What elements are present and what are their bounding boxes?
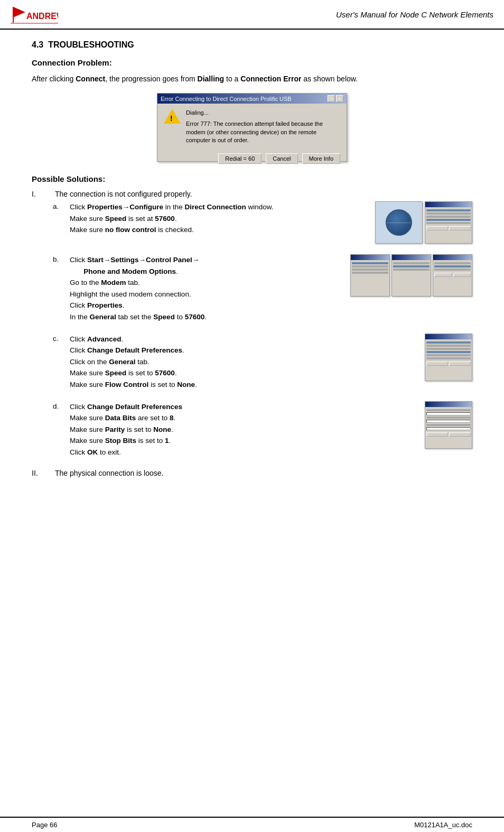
flow-control-bold: Flow Control <box>105 381 148 389</box>
page-header: ANDREW User's Manual for Node C Network … <box>0 0 504 30</box>
ms-line-c1-4 <box>426 351 471 353</box>
screenshot-b1 <box>350 254 390 297</box>
possible-solutions-title: Possible Solutions: <box>32 174 472 183</box>
error-message: Error 777: The connection attempt failed… <box>186 120 340 144</box>
ms-content-b3 <box>433 260 472 278</box>
alpha-item-d: d. Click Change Default Preferences Make… <box>53 401 472 458</box>
roman-item-1: I. The connection is not configured prop… <box>32 190 472 198</box>
screenshot-globe-a <box>375 201 423 244</box>
properties-bold-b: Properties <box>87 301 123 309</box>
warning-icon <box>164 109 181 126</box>
ms-line-b1-2 <box>352 265 388 267</box>
dialog-buttons: Redial = 60 Cancel More Info <box>157 150 347 167</box>
1-bold: 1 <box>165 437 169 445</box>
ms-btn-b3-2 <box>453 273 471 277</box>
redial-button[interactable]: Redial = 60 <box>218 153 262 164</box>
ms-btn-row-c1 <box>426 362 471 366</box>
ms-titlebar-d1 <box>425 402 472 407</box>
modem-tab-bold: Modem <box>101 279 126 286</box>
alpha-list: a. Click Properties→Configure in the Dir… <box>53 201 472 458</box>
dialog-titlebar-buttons: ? × <box>328 95 343 102</box>
none-bold-d: None <box>153 426 171 433</box>
dialog-help-btn[interactable]: ? <box>328 95 335 102</box>
change-default-prefs-bold-d: Change Default Preferences <box>87 403 182 411</box>
ms-input-3 <box>426 427 471 430</box>
ms-line-c1-5 <box>426 354 471 356</box>
alpha-item-b: b. Click Start→Settings→Control Panel→ P… <box>53 254 472 323</box>
ms-titlebar-b2 <box>392 255 431 260</box>
more-info-button[interactable]: More Info <box>302 153 340 164</box>
ms-btn-row-d1 <box>426 432 471 437</box>
ms-line-3 <box>426 216 471 218</box>
dialog-text: Dialing... Error 777: The connection att… <box>186 109 340 145</box>
section-heading: 4.3 TROUBLESHOOTING <box>32 40 472 50</box>
speed-bold-b: Speed <box>153 313 175 321</box>
company-logo: ANDREW <box>11 4 58 24</box>
connection-problem-title: Connection Problem: <box>32 58 472 67</box>
ms-content-b2 <box>392 260 431 273</box>
cancel-button[interactable]: Cancel <box>266 153 297 164</box>
alpha-letter-d: d. <box>53 401 63 410</box>
screenshot-a2 <box>425 201 472 244</box>
speed-bold-c: Speed <box>105 369 127 377</box>
ms-btn-d1-2 <box>449 432 471 437</box>
57600-bold-a: 57600 <box>155 215 175 223</box>
ms-btn-b3-1 <box>434 273 452 277</box>
dialog-title: Error Connecting to Direct Connection Pr… <box>161 96 292 102</box>
roman-text-2: The physical connection is loose. <box>55 469 163 477</box>
ms-line-c1-6 <box>426 357 471 359</box>
ms-line-c1-2 <box>426 345 471 347</box>
alpha-images-c <box>425 334 472 381</box>
ms-btn-row-b3 <box>434 273 471 277</box>
alpha-text-b: Click Start→Settings→Control Panel→ Phon… <box>70 254 344 323</box>
alpha-text-a: Click Properties→Configure in the Direct… <box>70 201 369 236</box>
ms-line-d1-2 <box>426 417 471 419</box>
main-content: 4.3 TROUBLESHOOTING Connection Problem: … <box>0 30 504 535</box>
ms-btn-c1-1 <box>426 362 448 366</box>
phone-modem-bold: Phone and Modem Options <box>83 267 176 275</box>
ms-btn-2 <box>449 226 471 230</box>
alpha-letter-a: a. <box>53 201 63 210</box>
ms-titlebar-b1 <box>351 255 389 260</box>
none-bold-c: None <box>177 381 195 389</box>
ms-line-b2-3 <box>393 269 430 271</box>
document-name: M0121A1A_uc.doc <box>414 821 472 829</box>
dialog-titlebar: Error Connecting to Direct Connection Pr… <box>157 94 347 104</box>
alpha-images-b <box>350 254 472 297</box>
ms-content-c1 <box>425 339 472 367</box>
svg-text:ANDREW: ANDREW <box>26 12 58 21</box>
no-flow-control-bold: no flow control <box>105 226 156 234</box>
page-number: Page 66 <box>32 821 57 829</box>
header-title: User's Manual for Node C Network Element… <box>58 10 493 19</box>
ms-line-b2-1 <box>393 262 430 264</box>
globe-shape <box>386 209 412 236</box>
advanced-bold: Advanced <box>87 335 122 343</box>
ms-content-b1 <box>351 260 389 276</box>
57600-bold-c: 57600 <box>155 369 175 377</box>
ms-line-b1-4 <box>352 272 388 274</box>
data-bits-bold: Data Bits <box>105 414 136 422</box>
dialing-text: Dialing... <box>186 109 340 117</box>
ms-btn-row <box>426 226 471 230</box>
screenshot-b2 <box>391 254 431 297</box>
general-tab-bold-b: General <box>90 313 116 321</box>
ms-content-d1 <box>425 407 472 438</box>
dialog-close-btn[interactable]: × <box>336 95 343 102</box>
start-settings-bold: Start→Settings→Control Panel→ <box>87 256 199 264</box>
ms-btn-c1-2 <box>449 362 471 366</box>
ms-btn-1 <box>426 226 448 230</box>
ms-line-b2-2 <box>393 265 430 267</box>
ms-line-b3-2 <box>434 265 471 267</box>
roman-number-2: II. <box>32 469 46 477</box>
connection-error-bold: Connection Error <box>240 75 301 83</box>
8-bold: 8 <box>170 414 174 422</box>
ms-line-b1-3 <box>352 269 388 271</box>
warning-triangle <box>164 109 181 124</box>
ms-input-1 <box>426 412 471 415</box>
speed-bold-a: Speed <box>105 215 127 223</box>
alpha-images-a <box>375 201 472 244</box>
roman-text-1: The connection is not configured properl… <box>55 190 192 198</box>
ms-line-b1-1 <box>352 262 388 264</box>
ms-line-c1-3 <box>426 348 471 350</box>
dialling-bold: Dialling <box>198 75 225 83</box>
